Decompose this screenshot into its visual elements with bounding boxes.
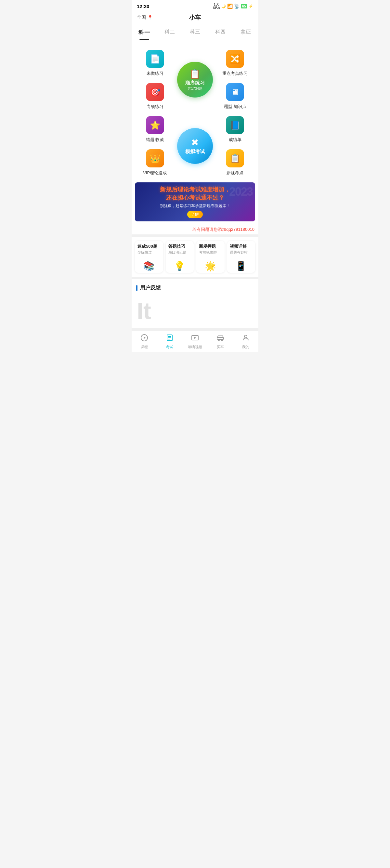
blue-btn-title: 模拟考试 bbox=[185, 149, 205, 155]
practice-grid: 📄 未做练习 📋 顺序练习 共1734题 🔀 重点考点练习 🎯 专项练习 🖥 bbox=[132, 40, 258, 225]
course-nav-icon bbox=[140, 334, 148, 344]
grid-item-专项练习[interactable]: 🎯 专项练习 bbox=[144, 80, 166, 113]
tab-ke1[interactable]: 科一 bbox=[132, 25, 157, 40]
card-speed500[interactable]: 速成500题 少练快过 📚 bbox=[135, 241, 163, 273]
green-btn-icon: 📋 bbox=[189, 69, 200, 79]
qq-notice: 若有问题请您添加qq2791180010 bbox=[132, 225, 258, 235]
nav-buycar-label: 买车 bbox=[217, 345, 224, 349]
feedback-placeholder-text: It bbox=[137, 299, 151, 322]
card-header: 新规押题 考前抱佛脚 bbox=[196, 241, 225, 255]
banner-cta-button[interactable]: 了解 bbox=[187, 211, 203, 218]
nav-exam-label: 考试 bbox=[166, 345, 173, 349]
tab-ke2[interactable]: 科二 bbox=[157, 25, 182, 40]
moon-icon: 🌙 bbox=[221, 4, 226, 8]
tab-nazhen[interactable]: 拿证 bbox=[233, 25, 258, 40]
location-icon: 📍 bbox=[147, 15, 153, 20]
tab-ke3[interactable]: 科三 bbox=[182, 25, 208, 40]
page-title: 小车 bbox=[189, 14, 201, 22]
status-right: 130KB/s 🌙 📶 📡 65 ⚡ bbox=[213, 3, 253, 10]
user-feedback-title: 用户反馈 bbox=[140, 284, 161, 291]
card-sub-newrules: 考前抱佛脚 bbox=[199, 250, 222, 255]
svg-rect-8 bbox=[217, 337, 224, 339]
专项练习-icon: 🎯 bbox=[146, 83, 164, 101]
grid-item-成绩单[interactable]: 📘 成绩单 bbox=[224, 113, 246, 146]
nav-course-label: 课程 bbox=[141, 345, 148, 349]
题型知识点-icon: 🖥 bbox=[226, 83, 244, 101]
card-title-video: 视频详解 bbox=[230, 244, 253, 249]
exam-nav-icon bbox=[166, 334, 173, 344]
grid-item-新规考点[interactable]: 📋 新规考点 bbox=[224, 146, 246, 179]
card-sub-video: 通关有妙招 bbox=[230, 250, 253, 255]
nav-video-label: 嘀嘀视频 bbox=[188, 345, 202, 349]
promo-banner[interactable]: 2023 新规后理论考试难度增加，还在担心考试通不过？ 别犹豫，赶紧练习车学堂新… bbox=[135, 182, 255, 221]
card-newrules[interactable]: 新规押题 考前抱佛脚 🌟 bbox=[196, 241, 225, 273]
grid-item-未做练习[interactable]: 📄 未做练习 bbox=[144, 46, 166, 80]
mine-nav-icon bbox=[242, 334, 250, 344]
feature-cards: 速成500题 少练快过 📚 答题技巧 顺口溜记题 💡 新规押题 考前抱佛脚 🌟 … bbox=[132, 237, 258, 277]
signal-icon: 📶 bbox=[227, 4, 233, 9]
card-video[interactable]: 视频详解 通关有妙招 📱 bbox=[227, 241, 255, 273]
blue-btn-icon: ✖ bbox=[191, 137, 199, 148]
divider1 bbox=[132, 235, 258, 237]
video-nav-icon bbox=[191, 334, 199, 344]
banner-main-text: 新规后理论考试难度增加，还在担心考试通不过？ bbox=[160, 186, 230, 202]
subject-tabs: 科一 科二 科三 科四 拿证 bbox=[132, 25, 258, 40]
user-feedback-section: 用户反馈 bbox=[132, 279, 258, 294]
nav-mine[interactable]: 我的 bbox=[233, 331, 258, 352]
svg-point-9 bbox=[218, 339, 219, 341]
card-header: 视频详解 通关有妙招 bbox=[227, 241, 255, 255]
center-green-btn[interactable]: 📋 顺序练习 共1734题 bbox=[177, 62, 213, 97]
center-blue-btn[interactable]: ✖ 模拟考试 bbox=[177, 128, 213, 164]
card-title-answertips: 答题技巧 bbox=[168, 244, 191, 249]
card-title-speed500: 速成500题 bbox=[137, 244, 161, 249]
未做练习-label: 未做练习 bbox=[147, 70, 163, 76]
nav-video[interactable]: 嘀嘀视频 bbox=[182, 331, 208, 352]
green-btn-sub: 共1734题 bbox=[188, 86, 202, 91]
grid-item-重点考点练习[interactable]: 🔀 重点考点练习 bbox=[220, 46, 250, 80]
network-speed: 130KB/s bbox=[213, 3, 220, 10]
bottom-nav: 课程 考试 嘀嘀视频 bbox=[132, 330, 258, 352]
card-header: 速成500题 少练快过 bbox=[135, 241, 163, 255]
VIP理论速成-label: VIP理论速成 bbox=[143, 170, 167, 176]
qq-notice-text: 若有问题请您添加qq2791180010 bbox=[192, 227, 255, 232]
buycar-nav-icon bbox=[217, 334, 224, 344]
green-btn-title: 顺序练习 bbox=[185, 80, 205, 86]
tab-ke4[interactable]: 科四 bbox=[208, 25, 233, 40]
card-sub-answertips: 顺口溜记题 bbox=[168, 250, 191, 255]
nav-course[interactable]: 课程 bbox=[132, 331, 157, 352]
nav-mine-label: 我的 bbox=[242, 345, 249, 349]
card-img-newrules: 🌟 bbox=[196, 255, 225, 273]
VIP理论速成-icon: 👑 bbox=[146, 149, 164, 167]
错题收藏-label: 错题.收藏 bbox=[146, 137, 164, 143]
grid-item-题型知识点[interactable]: 🖥 题型.知识点 bbox=[222, 80, 248, 113]
location-text: 全国 bbox=[137, 14, 146, 21]
grid-item-错题收藏[interactable]: ⭐ 错题.收藏 bbox=[144, 113, 166, 146]
feedback-content: It bbox=[132, 294, 258, 328]
banner-sub-text: 别犹豫，赶紧练习车学堂新规专项题库！ bbox=[160, 203, 230, 209]
divider2 bbox=[132, 277, 258, 279]
svg-marker-1 bbox=[144, 337, 145, 339]
新规考点-icon: 📋 bbox=[226, 149, 244, 167]
未做练习-icon: 📄 bbox=[146, 50, 164, 68]
grid-item-VIP理论速成[interactable]: 👑 VIP理论速成 bbox=[141, 146, 169, 179]
svg-point-11 bbox=[245, 335, 247, 338]
status-bar: 12:20 130KB/s 🌙 📶 📡 65 ⚡ bbox=[132, 0, 258, 11]
wifi-icon: 📡 bbox=[234, 4, 239, 9]
svg-marker-7 bbox=[194, 337, 196, 339]
nav-buycar[interactable]: 买车 bbox=[208, 331, 233, 352]
header: 全国 📍 小车 bbox=[132, 11, 258, 25]
section-bar-icon bbox=[136, 285, 137, 291]
card-img-answertips: 💡 bbox=[166, 255, 194, 273]
card-sub-speed500: 少练快过 bbox=[137, 250, 161, 255]
card-answertips[interactable]: 答题技巧 顺口溜记题 💡 bbox=[166, 241, 194, 273]
banner-year: 2023 bbox=[229, 185, 253, 198]
location-selector[interactable]: 全国 📍 bbox=[137, 14, 153, 21]
错题收藏-icon: ⭐ bbox=[146, 116, 164, 134]
svg-point-10 bbox=[221, 339, 223, 341]
重点考点练习-label: 重点考点练习 bbox=[222, 70, 248, 76]
题型知识点-label: 题型.知识点 bbox=[224, 104, 246, 110]
card-header: 答题技巧 顺口溜记题 bbox=[166, 241, 194, 255]
battery-icon: ⚡ bbox=[249, 4, 253, 8]
card-title-newrules: 新规押题 bbox=[199, 244, 222, 249]
nav-exam[interactable]: 考试 bbox=[157, 331, 182, 352]
